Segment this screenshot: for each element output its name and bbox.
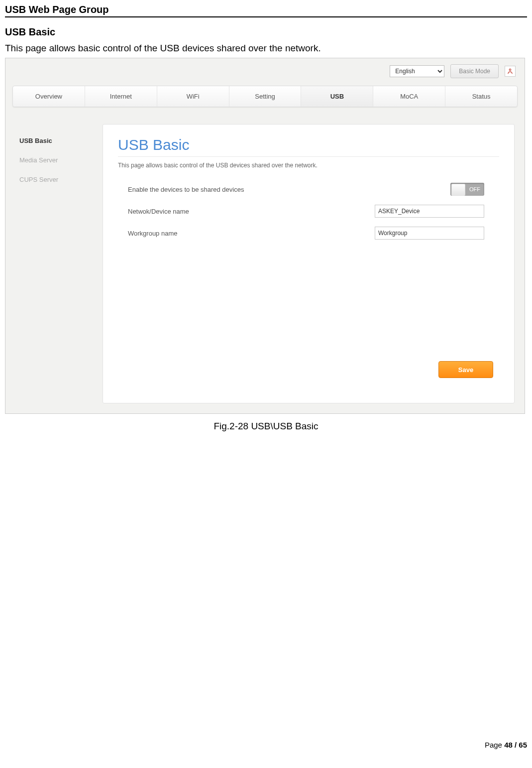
tab-usb[interactable]: USB [301,86,373,107]
panel-title: USB Basic [118,136,499,157]
logout-icon[interactable] [505,66,516,77]
sidebar-item-cups-server[interactable]: CUPS Server [16,172,91,191]
panel-description: This page allows basic control of the US… [118,162,499,169]
sidebar-item-media-server[interactable]: Media Server [16,152,91,172]
tab-wifi[interactable]: WiFi [157,86,229,107]
tab-status[interactable]: Status [445,86,517,107]
sidebar: USB Basic Media Server CUPS Server [16,133,91,191]
basic-mode-button[interactable]: Basic Mode [450,64,499,78]
svg-point-0 [509,69,511,71]
router-admin-screenshot: English Basic Mode Overview Internet WiF… [5,58,525,414]
figure-caption: Fig.2-28 USB\USB Basic [5,421,527,432]
sub-header: USB Basic [5,26,527,38]
sidebar-item-usb-basic[interactable]: USB Basic [16,133,91,152]
row-enable-shared: Enable the devices to be shared devices … [118,183,499,196]
main-tabs: Overview Internet WiFi Setting USB MoCA … [12,86,518,107]
content-panel: USB Basic This page allows basic control… [103,124,515,403]
form-rows: Enable the devices to be shared devices … [118,183,499,240]
tab-overview[interactable]: Overview [13,86,85,107]
language-select[interactable]: English [390,65,444,77]
tab-setting[interactable]: Setting [229,86,302,107]
page-header: USB Web Page Group [5,4,527,17]
row-workgroup-name: Workgroup name [118,227,499,240]
top-bar: English Basic Mode [390,64,516,78]
tab-moca[interactable]: MoCA [373,86,445,107]
workgroup-name-input[interactable] [375,227,484,240]
device-name-label: Netwok/Device name [118,208,307,215]
footer-page-number: 48 / 65 [504,741,527,749]
row-device-name: Netwok/Device name [118,205,499,218]
save-button[interactable]: Save [438,361,493,378]
footer-prefix: Page [485,741,504,749]
workgroup-name-label: Workgroup name [118,230,307,237]
device-name-input[interactable] [375,205,484,218]
intro-text: This page allows basic control of the US… [5,43,527,54]
enable-shared-toggle[interactable]: OFF [450,183,484,196]
enable-shared-label: Enable the devices to be shared devices [118,186,307,193]
page-footer: Page 48 / 65 [5,741,527,759]
tab-internet[interactable]: Internet [85,86,157,107]
